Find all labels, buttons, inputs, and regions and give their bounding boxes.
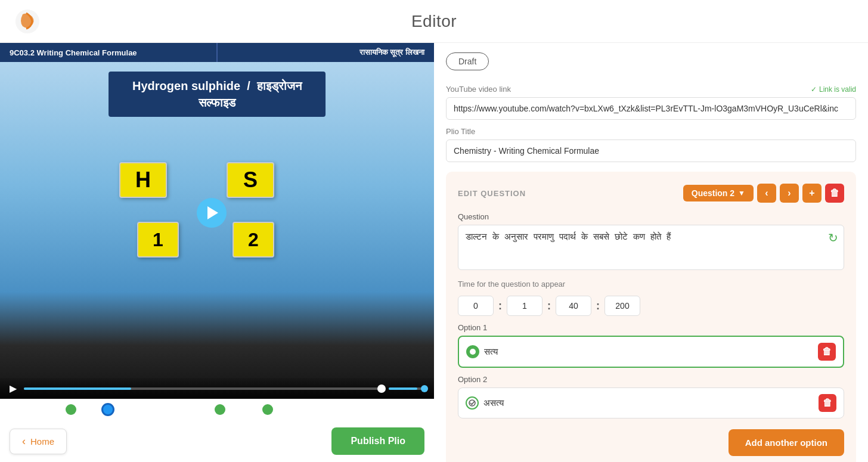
progress-fill bbox=[24, 387, 131, 390]
play-icon bbox=[207, 206, 218, 219]
link-valid-text: Link is valid bbox=[819, 85, 856, 94]
element-S: S bbox=[227, 162, 274, 198]
volume-dot bbox=[421, 385, 428, 392]
draft-button[interactable]: Draft bbox=[446, 52, 489, 70]
edit-question-label: EDIT QUESTION bbox=[458, 189, 526, 198]
option2-delete-button[interactable]: 🗑 bbox=[819, 394, 836, 412]
dot-green-1[interactable] bbox=[66, 404, 76, 415]
timeline bbox=[0, 399, 434, 420]
plio-title-input[interactable] bbox=[446, 139, 856, 162]
timeline-dot-1[interactable] bbox=[66, 404, 76, 415]
video-title-bar: 9C03.2 Writing Chemical Formulae रासायनि… bbox=[0, 43, 434, 62]
edit-question-header: EDIT QUESTION Question 2 ▼ ‹ › + 🗑 bbox=[458, 184, 844, 203]
video-container: 9C03.2 Writing Chemical Formulae रासायनि… bbox=[0, 43, 434, 399]
colon-3: : bbox=[596, 300, 600, 312]
time-row: : : : bbox=[458, 296, 844, 316]
colon-2: : bbox=[547, 300, 551, 312]
option1-input[interactable] bbox=[484, 347, 813, 357]
delete-question-button[interactable]: 🗑 bbox=[825, 184, 844, 203]
link-valid-indicator: ✓ Link is valid bbox=[811, 85, 856, 94]
element-1: 1 bbox=[137, 222, 179, 258]
option1-delete-button[interactable]: 🗑 bbox=[818, 343, 836, 361]
play-button[interactable] bbox=[197, 198, 227, 228]
volume-fill bbox=[389, 387, 417, 390]
edit-question-panel: EDIT QUESTION Question 2 ▼ ‹ › + 🗑 Quest… bbox=[446, 172, 856, 462]
check-circle-icon bbox=[468, 399, 476, 407]
time-hours[interactable] bbox=[458, 296, 494, 316]
right-panel: Draft YouTube video link ✓ Link is valid… bbox=[434, 43, 868, 462]
option2-row: 🗑 bbox=[458, 387, 844, 418]
option2-check[interactable] bbox=[466, 396, 479, 410]
video-title-right: रासायनिक सूत्र लिखना bbox=[216, 43, 434, 62]
header: Editor bbox=[0, 0, 868, 43]
play-ctrl-icon[interactable]: ▶ bbox=[10, 383, 17, 394]
question-field-label: Question bbox=[458, 212, 844, 221]
timeline-dot-2[interactable] bbox=[215, 404, 225, 415]
progress-bar[interactable] bbox=[24, 387, 382, 390]
option1-check[interactable] bbox=[466, 345, 479, 358]
element-H: H bbox=[119, 162, 167, 198]
chevron-down-icon: ▼ bbox=[738, 189, 745, 197]
home-button[interactable]: ‹ Home bbox=[10, 429, 67, 454]
chevron-left-icon: ‹ bbox=[22, 435, 26, 448]
time-minutes[interactable] bbox=[507, 296, 542, 316]
dot-blue-active[interactable] bbox=[101, 403, 114, 416]
question-textarea-wrapper: डाल्टन के अनुसार परमाणु पदार्थ के सबसे छ… bbox=[458, 225, 844, 272]
molecule-title: Hydrogen sulphide / हाइड्रोजनसल्फाइड bbox=[108, 72, 326, 117]
timeline-dot-3[interactable] bbox=[262, 404, 273, 415]
logo bbox=[14, 8, 41, 35]
option2-input[interactable] bbox=[483, 398, 814, 408]
progress-dot bbox=[377, 385, 386, 393]
add-option-button[interactable]: Add another option bbox=[728, 429, 844, 456]
video-controls: ▶ bbox=[0, 378, 434, 399]
colon-1: : bbox=[498, 300, 502, 312]
publish-button[interactable]: Publish Plio bbox=[331, 427, 424, 455]
add-option-wrapper: Add another option bbox=[458, 424, 844, 456]
question-selector-button[interactable]: Question 2 ▼ bbox=[683, 185, 754, 201]
timeline-dot-active[interactable] bbox=[101, 403, 114, 416]
refresh-icon[interactable]: ↻ bbox=[828, 231, 838, 245]
add-question-button[interactable]: + bbox=[802, 184, 822, 203]
next-question-button[interactable]: › bbox=[780, 184, 799, 203]
plio-title-label: Plio Title bbox=[446, 127, 856, 136]
dot-green-3[interactable] bbox=[262, 404, 273, 415]
question-textarea[interactable]: डाल्टन के अनुसार परमाणु पदार्थ के सबसे छ… bbox=[458, 225, 844, 270]
youtube-link-label-row: YouTube video link ✓ Link is valid bbox=[446, 85, 856, 94]
dot-green-2[interactable] bbox=[215, 404, 225, 415]
time-seconds[interactable] bbox=[556, 296, 591, 316]
question-controls: Question 2 ▼ ‹ › + 🗑 bbox=[683, 184, 844, 203]
youtube-link-label: YouTube video link bbox=[446, 85, 511, 94]
youtube-url-input[interactable] bbox=[446, 97, 856, 120]
option1-label: Option 1 bbox=[458, 323, 844, 332]
element-2: 2 bbox=[232, 222, 274, 258]
page-title: Editor bbox=[411, 12, 457, 31]
volume-bar[interactable] bbox=[389, 387, 424, 390]
option2-label: Option 2 bbox=[458, 375, 844, 384]
home-label: Home bbox=[30, 436, 54, 447]
video-title-left: 9C03.2 Writing Chemical Formulae bbox=[0, 43, 216, 62]
time-ms[interactable] bbox=[604, 296, 640, 316]
time-label: Time for the question to appear bbox=[458, 280, 844, 289]
bottom-bar: ‹ Home Publish Plio bbox=[0, 420, 434, 462]
question-selector-label: Question 2 bbox=[692, 188, 734, 198]
check-inner-1 bbox=[470, 349, 476, 355]
video-panel: 9C03.2 Writing Chemical Formulae रासायनि… bbox=[0, 43, 434, 462]
prev-question-button[interactable]: ‹ bbox=[757, 184, 776, 203]
checkmark-icon: ✓ bbox=[811, 85, 817, 94]
option1-row: 🗑 bbox=[458, 336, 844, 368]
main-layout: 9C03.2 Writing Chemical Formulae रासायनि… bbox=[0, 43, 868, 462]
